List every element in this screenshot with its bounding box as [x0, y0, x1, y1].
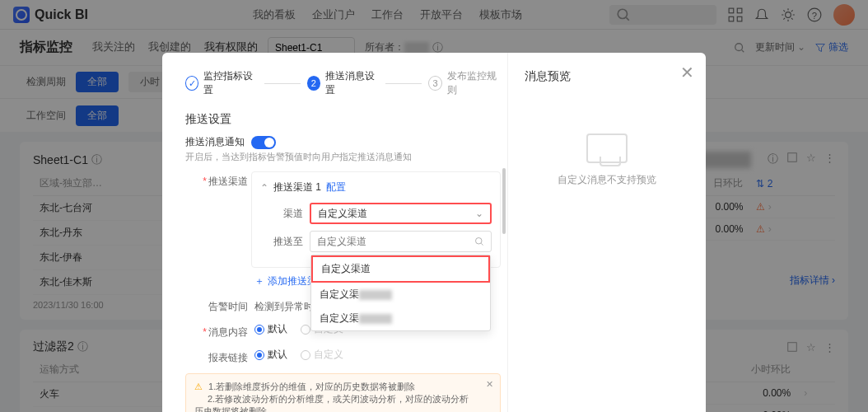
modal-right-panel: 消息预览 自定义消息不支持预览	[508, 53, 706, 412]
modal-body: ✓ 监控指标设置 2 推送消息设置 3 发布监控规则 推送设置	[162, 53, 706, 412]
push-settings-modal: ✕ ✓ 监控指标设置 2 推送消息设置 3	[162, 53, 706, 412]
push-to-label: 推送至	[260, 235, 303, 249]
row-push-notify: 推送消息通知 开启后，当达到指标告警预值时向用户指定推送消息通知	[185, 135, 501, 163]
modal-left-panel: ✓ 监控指标设置 2 推送消息设置 3 发布监控规则 推送设置	[162, 53, 508, 412]
push-notify-label: 推送消息通知	[185, 135, 245, 149]
dropdown-option-2[interactable]: 自定义渠	[311, 307, 490, 330]
channel-field-label: 渠道	[260, 207, 303, 221]
close-icon[interactable]: ✕	[680, 63, 694, 82]
row-link: 报表链接 默认 自定义	[185, 348, 501, 365]
modal-overlay: ✕ ✓ 监控指标设置 2 推送消息设置 3	[0, 0, 868, 412]
warning-icon: ⚠	[194, 382, 203, 391]
check-icon: ✓	[185, 76, 198, 91]
warning-line-1: 1.若删除维度拆分的维值，对应的历史数据将被删除	[208, 382, 415, 391]
row-channel: *推送渠道 ⌃ 推送渠道 1 配置 渠道 自定义渠道	[185, 171, 501, 288]
step-1: ✓ 监控指标设置	[185, 69, 258, 97]
alert-time-label: 告警时间	[185, 297, 248, 314]
radio-default[interactable]: 默认	[254, 322, 287, 336]
preview-empty-state: 自定义消息不支持预览	[525, 133, 689, 187]
svg-line-14	[481, 243, 483, 245]
channel-label: *推送渠道	[185, 171, 248, 189]
search-icon	[474, 236, 484, 246]
chevron-up-icon[interactable]: ⌃	[260, 182, 268, 194]
scrollbar[interactable]	[502, 168, 506, 234]
radio-link-default[interactable]: 默认	[254, 348, 287, 362]
preview-title: 消息预览	[525, 69, 689, 84]
push-notify-switch[interactable]	[251, 136, 276, 149]
config-link[interactable]: 配置	[326, 180, 346, 194]
warning-alert: ⚠ 1.若删除维度拆分的维值，对应的历史数据将被删除 2.若修改波动分析的分析维…	[185, 373, 501, 412]
push-to-search[interactable]	[317, 236, 474, 247]
step-indicator: ✓ 监控指标设置 2 推送消息设置 3 发布监控规则	[185, 69, 501, 97]
row-channel-field: 渠道 自定义渠道 ⌄	[260, 203, 492, 224]
channel-title: 推送渠道 1	[273, 180, 321, 194]
step-connector	[264, 83, 301, 84]
channel-select[interactable]: 自定义渠道 ⌄	[310, 203, 492, 224]
push-to-input[interactable]: 自定义渠道 自定义渠 自定义渠	[310, 231, 492, 252]
plus-icon: ＋	[254, 274, 264, 288]
step-2: 2 推送消息设置	[307, 69, 380, 97]
radio-link-custom[interactable]: 自定义	[301, 348, 343, 362]
dropdown-option-1[interactable]: 自定义渠	[311, 283, 490, 307]
channel-value: 自定义渠道	[318, 207, 367, 221]
preview-empty-text: 自定义消息不支持预览	[558, 173, 656, 187]
channel-header: ⌃ 推送渠道 1 配置	[260, 180, 492, 194]
link-label: 报表链接	[185, 348, 248, 365]
section-title: 推送设置	[185, 112, 501, 127]
row-push-to: 推送至 自定义渠道 自定义渠 自定义渠	[260, 231, 492, 252]
push-notify-desc: 开启后，当达到指标告警预值时向用户指定推送消息通知	[185, 151, 501, 163]
content-label: *消息内容	[185, 322, 248, 339]
warning-line-2: 2.若修改波动分析的分析维度，或关闭波动分析，对应的波动分析历史数据将被删除	[194, 394, 469, 412]
step-3: 3 发布监控规则	[428, 69, 501, 97]
step-number-icon: 3	[428, 76, 441, 91]
push-to-dropdown: 自定义渠道 自定义渠 自定义渠	[310, 255, 491, 331]
step-number-icon: 2	[307, 76, 320, 91]
chevron-down-icon: ⌄	[475, 208, 483, 219]
alert-close-icon[interactable]: ✕	[486, 379, 493, 390]
svg-point-13	[476, 238, 483, 245]
dropdown-option-0[interactable]: 自定义渠道	[311, 255, 490, 283]
step-connector	[385, 83, 422, 84]
channel-config-box: ⌃ 推送渠道 1 配置 渠道 自定义渠道 ⌄	[251, 171, 501, 268]
inbox-icon	[586, 133, 628, 163]
